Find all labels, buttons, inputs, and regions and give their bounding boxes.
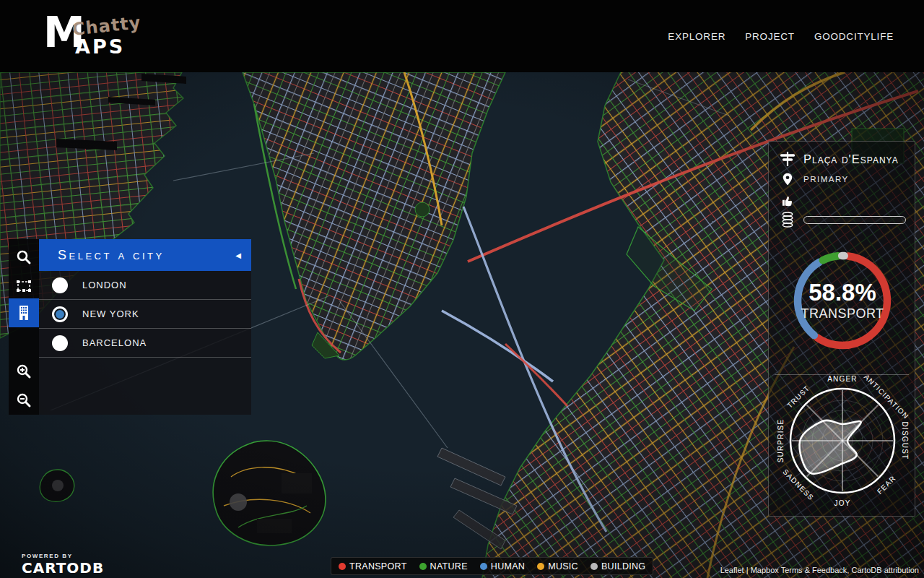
zoom-in-tool[interactable] — [9, 359, 39, 384]
zoom-out-icon — [16, 392, 32, 408]
zoom-out-tool[interactable] — [9, 388, 39, 413]
city-option-new-york[interactable]: NEW YORK — [39, 300, 251, 329]
logo-aps: APS — [75, 35, 125, 58]
zoom-in-icon — [16, 363, 32, 379]
transport-donut-chart: 58.8% TRANSPORT — [788, 246, 897, 355]
database-icon — [779, 211, 796, 228]
legend-dot-building — [590, 563, 598, 570]
liberty-island — [40, 470, 74, 501]
building-icon — [16, 303, 32, 322]
layer-opacity-slider[interactable] — [803, 216, 906, 224]
city-option-barcelona[interactable]: BARCELONA — [39, 329, 251, 358]
donut-segment-transport — [817, 256, 887, 345]
radio-london[interactable] — [52, 277, 68, 293]
street-info-panel: Plaça d'Espanya PRIMARY — [768, 141, 915, 517]
layer-opacity-row — [769, 211, 916, 228]
map-attribution: Leaflet | Mapbox Terms & Feedback, Carto… — [720, 566, 919, 574]
street-name: Plaça d'Espanya — [803, 152, 899, 166]
legend-item-human: HUMAN — [480, 561, 525, 571]
leaflet-link[interactable]: Leaflet — [720, 566, 744, 574]
radio-barcelona[interactable] — [52, 335, 68, 351]
donut-segment-nature — [823, 256, 838, 260]
street-icon — [779, 150, 796, 168]
radio-new-york[interactable] — [52, 306, 68, 322]
tool-strip — [9, 239, 39, 415]
nav-goodcitylife[interactable]: GOODCITYLIFE — [814, 31, 894, 42]
legend-label: HUMAN — [491, 561, 525, 571]
city-panel: Select a city ◀ LONDON NEW YORK BARCELON… — [9, 239, 251, 415]
radar-label-surprise: SURPRISE — [777, 419, 785, 463]
street-type: PRIMARY — [803, 175, 849, 184]
city-panel-body: Select a city ◀ LONDON NEW YORK BARCELON… — [39, 239, 251, 415]
city-option-label: NEW YORK — [82, 309, 139, 319]
radar-label-joy: JOY — [834, 499, 850, 507]
main-nav: EXPLORER PROJECT GOODCITYLIFE — [668, 0, 894, 72]
mapbox-cartodb-attribution-link[interactable]: Mapbox Terms & Feedback, CartoDB attribu… — [751, 566, 919, 574]
legend-dot-human — [480, 563, 487, 570]
nav-explorer[interactable]: EXPLORER — [668, 31, 725, 42]
city-option-label: LONDON — [82, 280, 127, 290]
chatty-maps-logo[interactable]: M Chatty APS — [43, 12, 159, 62]
legend-dot-nature — [419, 563, 427, 570]
street-name-row: Plaça d'Espanya — [769, 150, 916, 168]
like-row — [769, 192, 916, 210]
cartodb-logo: CARTODB — [22, 561, 104, 575]
legend-item-transport: TRANSPORT — [339, 561, 407, 571]
radar-label-disgust: DISGUST — [901, 422, 909, 460]
legend-item-nature: NATURE — [419, 561, 468, 571]
powered-by-label: POWERED BY — [22, 553, 104, 559]
city-panel-spacer — [39, 358, 251, 415]
location-pin-icon — [779, 171, 796, 188]
select-region-icon — [14, 277, 33, 295]
city-panel-header: Select a city ◀ — [39, 239, 251, 271]
map-legend: TRANSPORT NATURE HUMAN MUSIC BUILDING — [331, 557, 653, 575]
powered-by-cartodb[interactable]: POWERED BY CARTODB — [22, 553, 104, 575]
legend-item-building: BUILDING — [590, 561, 645, 571]
nav-project[interactable]: PROJECT — [745, 31, 795, 42]
city-option-london[interactable]: LONDON — [39, 271, 251, 300]
emotion-radar-chart: ANGERANTICIPATIONDISGUSTFEARJOYSADNESSSU… — [769, 374, 916, 513]
legend-dot-music — [537, 563, 544, 570]
streets-tool[interactable] — [9, 298, 39, 327]
radar-polygon — [800, 420, 861, 474]
chatty-maps-app: M Chatty APS EXPLORER PROJECT GOODCITYLI… — [0, 0, 924, 578]
legend-dot-transport — [339, 563, 346, 570]
thumbs-up-icon[interactable] — [779, 192, 796, 210]
search-icon — [16, 249, 32, 265]
legend-item-music: MUSIC — [537, 561, 578, 571]
legend-label: TRANSPORT — [349, 561, 407, 571]
radar-label-anger: ANGER — [827, 375, 858, 383]
city-option-label: BARCELONA — [82, 337, 147, 348]
donut-segment-human — [798, 262, 819, 335]
legend-label: BUILDING — [601, 561, 645, 571]
collapse-panel-icon[interactable]: ◀ — [235, 239, 241, 271]
city-panel-title: Select a city — [58, 248, 165, 263]
select-region-tool[interactable] — [9, 274, 39, 298]
legend-label: NATURE — [430, 561, 468, 571]
top-bar: M Chatty APS EXPLORER PROJECT GOODCITYLI… — [0, 0, 924, 72]
search-tool[interactable] — [9, 245, 39, 269]
legend-label: MUSIC — [548, 561, 578, 571]
street-type-row: PRIMARY — [769, 171, 916, 188]
attribution-separator: | — [744, 566, 751, 574]
